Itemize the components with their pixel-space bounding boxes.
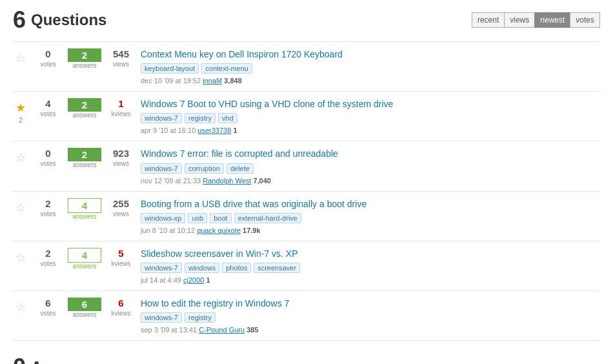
question-content: Slideshow screensaver in Win-7 vs. XPwin… [141,248,600,284]
votes-stat: 4votes [34,98,63,117]
question-row: ☆2votes4answers255viewsBooting from a US… [13,192,600,241]
username[interactable]: cj2000 [183,276,204,284]
username[interactable]: quack quixote [197,227,241,234]
answers-count: 0 [13,354,26,364]
question-row: ☆2votes4answers5kviewsSlideshow screensa… [13,241,600,291]
views-label: views [113,61,129,68]
rep: 17.9k [243,227,261,234]
views-stat: 5kviews [106,248,136,267]
tag[interactable]: usb [188,213,207,223]
tag[interactable]: windows-7 [141,312,182,323]
tags-row: windows-7registryvhd [141,113,600,123]
meta-row: jun 8 '10 at 10:12 quack quixote 17.9k [141,227,600,234]
answers-box-label: answers [72,161,96,168]
star-area[interactable]: ☆ [13,148,28,165]
tag[interactable]: registry [185,113,216,123]
votes-number: 0 [45,48,50,59]
tag[interactable]: registry [185,312,216,323]
tag[interactable]: windows-7 [141,163,182,174]
views-stat: 1kviews [106,98,136,117]
votes-label: votes [41,160,56,167]
views-stat: 6kviews [106,298,136,317]
answers-box-label: answers [72,311,96,318]
question-title[interactable]: Windows 7 error: file is corrupted and u… [141,148,338,159]
votes-label: votes [41,310,56,317]
question-title[interactable]: Slideshow screensaver in Win-7 vs. XP [141,248,298,259]
answers-badge: 6answers [68,298,101,318]
views-number: 1 [118,98,123,109]
username[interactable]: user33738 [197,126,231,134]
question-title[interactable]: Booting from a USB drive that was origin… [141,199,367,209]
rep: 1 [233,126,237,134]
views-number: 5 [118,248,123,259]
username[interactable]: innaM [203,77,222,85]
question-row: ☆0votes2answers545viewsContext Menu key … [13,42,600,92]
votes-number: 0 [45,148,50,159]
tag[interactable]: external-hard-drive [234,213,301,223]
answers-badge: 2answers [68,148,101,168]
username[interactable]: C-Pound Guru [199,326,245,334]
meta-row: sep 3 '09 at 13:41 C-Pound Guru 385 [141,326,600,334]
meta-row: jul 14 at 4:49 cj2000 1 [141,276,600,284]
tags-row: windows-xpusbbootexternal-hard-drive [141,213,600,223]
question-content: Windows 7 Boot to VHD using a VHD clone … [141,98,600,134]
votes-stat: 2votes [34,198,63,217]
star-area[interactable]: ★2 [13,98,28,124]
tag[interactable]: delete [226,163,254,174]
question-title[interactable]: Context Menu key on Dell Inspiron 1720 K… [141,49,343,59]
question-title[interactable]: How to edit the registry in Windows 7 [141,298,289,308]
rep: 7,040 [253,177,271,185]
star-area[interactable]: ☆ [13,48,28,65]
answers-box-label: answers [72,112,96,119]
views-label: kviews [111,310,130,317]
filter-btn-recent[interactable]: recent [472,12,504,28]
star-area[interactable]: ☆ [13,248,28,265]
meta-row: nov 12 '09 at 21:33 Randolph West 7,040 [141,177,600,185]
answers-box-label: answers [72,62,96,69]
tag[interactable]: windows-7 [141,113,182,123]
tag[interactable]: photos [222,263,251,273]
views-stat: 545views [106,48,136,68]
tag[interactable]: windows-7 [141,263,182,273]
questions-label: Questions [31,11,106,29]
tag[interactable]: screensaver [254,263,300,273]
votes-label: votes [41,260,56,267]
question-row: ☆0votes2answers923viewsWindows 7 error: … [13,141,600,191]
votes-label: votes [41,210,56,217]
tag[interactable]: keyboard-layout [141,63,199,74]
answers-box: 4 [68,198,101,213]
votes-label: votes [41,110,56,117]
tag[interactable]: vhd [218,113,237,123]
answers-box: 2 [68,148,101,161]
tags-row: windows-7corruptiondelete [141,163,600,174]
answers-badge: 4answers [68,198,101,220]
filter-btn-newest[interactable]: newest [534,12,570,28]
username[interactable]: Randolph West [203,177,251,185]
tag[interactable]: windows [185,263,219,273]
meta-row: dec 10 '09 at 19:52 innaM 3,848 [141,77,600,85]
answers-badge: 2answers [68,98,101,119]
tags-row: windows-7windowsphotosscreensaver [141,263,600,273]
views-label: kviews [111,260,130,267]
votes-number: 4 [45,98,50,109]
filter-btn-views[interactable]: views [504,12,534,28]
tag[interactable]: windows-xp [141,213,185,223]
answers-section: 0 Answers [13,354,600,364]
answers-badge: 4answers [68,248,101,270]
question-content: Booting from a USB drive that was origin… [141,198,600,234]
tag[interactable]: boot [210,213,231,223]
question-list: ☆0votes2answers545viewsContext Menu key … [13,41,600,341]
question-row: ☆6votes6answers6kviewsHow to edit the re… [13,291,600,341]
star-count: 2 [19,116,23,124]
star-area[interactable]: ☆ [13,298,28,314]
tags-row: keyboard-layoutcontext-menu [141,63,600,74]
filter-btn-votes[interactable]: votes [570,12,600,28]
tag[interactable]: corruption [185,163,224,174]
filter-buttons: recentviewsnewestvotes [472,12,600,28]
votes-stat: 2votes [34,248,63,267]
meta-row: apr 9 '10 at 16:10 user33738 1 [141,126,600,134]
question-title[interactable]: Windows 7 Boot to VHD using a VHD clone … [141,99,393,109]
star-area[interactable]: ☆ [13,198,28,215]
answers-box-label: answers [72,213,96,220]
tag[interactable]: context-menu [201,63,252,74]
